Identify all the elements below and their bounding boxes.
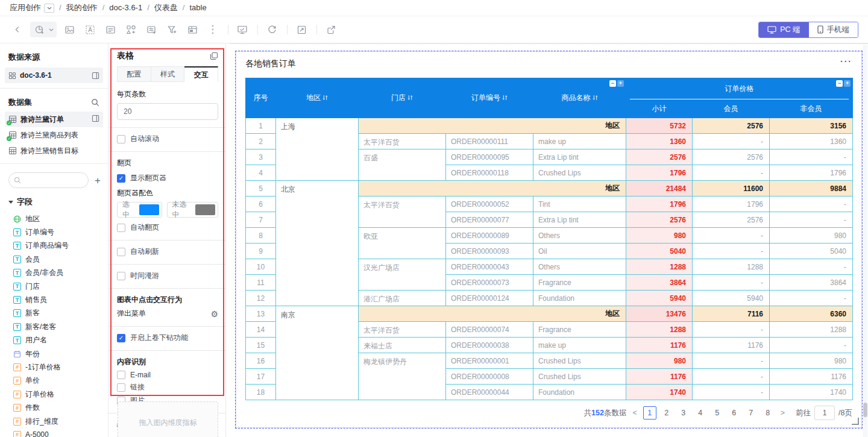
filter-add-icon[interactable] bbox=[164, 22, 180, 37]
checkbox[interactable] bbox=[117, 224, 125, 232]
order-cell[interactable]: ORDER00000073 bbox=[446, 275, 533, 291]
field-item[interactable]: T新客/老客 bbox=[0, 320, 108, 333]
subtotal-label-cell[interactable]: 地区 bbox=[359, 118, 626, 134]
field-item[interactable]: T会员 bbox=[0, 253, 108, 266]
subtotal-value-cell[interactable]: 980 bbox=[626, 228, 693, 244]
page-button-6[interactable]: 6 bbox=[728, 406, 741, 420]
member-value-cell[interactable]: 1176 bbox=[693, 338, 770, 353]
order-cell[interactable]: ORDER00000095 bbox=[446, 149, 533, 165]
store-cell[interactable]: 太平洋百货 bbox=[359, 322, 446, 338]
column-header-region[interactable]: 地区 bbox=[276, 78, 359, 118]
pager-unselected-color-picker[interactable]: 未选中 bbox=[167, 202, 219, 218]
goto-page-input[interactable] bbox=[814, 406, 835, 420]
field-item[interactable]: T会员/非会员 bbox=[0, 266, 108, 280]
image-icon[interactable] bbox=[61, 22, 77, 37]
product-cell[interactable]: Oil bbox=[533, 244, 626, 259]
more-vertical-icon[interactable] bbox=[205, 22, 221, 37]
member-value-cell[interactable]: 11600 bbox=[693, 181, 770, 196]
click-behavior-value[interactable]: 弹出菜单 bbox=[117, 309, 210, 319]
order-cell[interactable]: ORDER00000093 bbox=[446, 244, 533, 259]
subtotal-value-cell[interactable]: 13476 bbox=[626, 306, 693, 322]
field-item[interactable]: #-1订单价格 bbox=[0, 360, 108, 374]
product-cell[interactable]: Crushed Lips bbox=[533, 165, 626, 181]
add-chart-icon[interactable] bbox=[31, 22, 47, 37]
checkbox[interactable] bbox=[117, 383, 125, 392]
nonmember-value-cell[interactable]: - bbox=[770, 212, 853, 228]
pager-selected-color-picker[interactable]: 选中 bbox=[117, 202, 162, 218]
column-header-price-group[interactable]: 订单价格 −+ bbox=[626, 78, 853, 100]
row-index-cell[interactable]: 14 bbox=[246, 322, 276, 338]
member-value-cell[interactable]: 7116 bbox=[693, 306, 770, 322]
subtotal-value-cell[interactable]: 2576 bbox=[626, 212, 693, 228]
link-recognition-option[interactable]: 链接 bbox=[117, 382, 218, 392]
subtotal-value-cell[interactable]: 980 bbox=[626, 353, 693, 369]
store-cell[interactable]: 太平洋百货 bbox=[359, 196, 446, 228]
column-header-product[interactable]: 商品名称 −+ bbox=[533, 78, 626, 118]
order-cell[interactable]: ORDER00000111 bbox=[446, 134, 533, 149]
product-cell[interactable]: Crushed Lips bbox=[533, 369, 626, 385]
back-icon[interactable] bbox=[10, 22, 25, 37]
row-index-cell[interactable]: 13 bbox=[246, 306, 276, 322]
product-cell[interactable]: Fragrance bbox=[533, 275, 626, 291]
member-value-cell[interactable]: - bbox=[693, 275, 770, 291]
breadcrumb-item[interactable]: table bbox=[189, 3, 206, 12]
nonmember-value-cell[interactable]: 9884 bbox=[770, 181, 853, 196]
time-travel-option[interactable]: 时间漫游 bbox=[117, 271, 218, 281]
checkbox[interactable] bbox=[117, 334, 125, 342]
drill-option[interactable]: 开启上卷下钻功能 bbox=[117, 333, 218, 343]
subtotal-label-cell[interactable]: 地区 bbox=[359, 306, 626, 322]
page-button-3[interactable]: 3 bbox=[677, 406, 690, 420]
member-value-cell[interactable]: 1288 bbox=[693, 259, 770, 275]
panel-tab-样式[interactable]: 样式 bbox=[151, 66, 185, 82]
order-cell[interactable]: ORDER00000043 bbox=[446, 259, 533, 275]
member-value-cell[interactable]: - bbox=[693, 244, 770, 259]
mobile-view-button[interactable]: 手机端 bbox=[809, 22, 858, 37]
subtotal-value-cell[interactable]: 5732 bbox=[626, 118, 693, 134]
panel-tab-配置[interactable]: 配置 bbox=[117, 66, 151, 82]
prev-page-icon[interactable]: < bbox=[632, 409, 637, 417]
auto-paging-option[interactable]: 自动翻页 bbox=[117, 222, 218, 233]
field-item[interactable]: T门店 bbox=[0, 280, 108, 293]
member-value-cell[interactable]: - bbox=[693, 353, 770, 369]
subtotal-value-cell[interactable]: 1176 bbox=[626, 338, 693, 353]
nonmember-value-cell[interactable]: 6360 bbox=[770, 306, 853, 322]
share-icon[interactable] bbox=[323, 22, 339, 37]
collapse-icon[interactable]: − bbox=[609, 80, 616, 87]
nonmember-value-cell[interactable]: 1176 bbox=[770, 369, 853, 385]
column-header-order[interactable]: 订单编号 bbox=[446, 78, 533, 118]
media-component-icon[interactable] bbox=[123, 22, 139, 37]
order-cell[interactable]: ORDER00000124 bbox=[446, 291, 533, 306]
scrollbar-thumb[interactable] bbox=[863, 403, 867, 417]
breadcrumb-item[interactable]: doc-3.6-1 bbox=[109, 3, 142, 12]
nonmember-value-cell[interactable]: 1288 bbox=[770, 322, 853, 338]
form-icon[interactable] bbox=[102, 22, 118, 37]
table-widget[interactable]: 各地销售订单 ··· 序号 地区 门店 订单编号 商品 bbox=[235, 51, 863, 429]
order-cell[interactable]: ORDER00000001 bbox=[446, 353, 533, 369]
store-cell[interactable]: 梅龙镇伊势丹 bbox=[359, 353, 446, 400]
subtotal-value-cell[interactable]: 21484 bbox=[626, 181, 693, 196]
member-value-cell[interactable]: - bbox=[693, 134, 770, 149]
email-recognition-option[interactable]: E-mail bbox=[117, 371, 218, 379]
store-cell[interactable]: 太平洋百货 bbox=[359, 134, 446, 149]
resize-handle[interactable] bbox=[852, 418, 859, 425]
row-index-cell[interactable]: 17 bbox=[246, 369, 276, 385]
nonmember-value-cell[interactable]: 3156 bbox=[770, 118, 853, 134]
checkbox[interactable] bbox=[117, 248, 125, 256]
subtotal-value-cell[interactable]: 3864 bbox=[626, 275, 693, 291]
store-cell[interactable]: 汉光广场店 bbox=[359, 259, 446, 291]
subtotal-value-cell[interactable]: 1796 bbox=[626, 196, 693, 212]
subtotal-label-cell[interactable]: 地区 bbox=[359, 181, 626, 196]
column-header-nonmember[interactable]: 非会员 bbox=[770, 100, 853, 118]
preview-icon[interactable] bbox=[234, 22, 250, 37]
row-index-cell[interactable]: 8 bbox=[246, 228, 276, 244]
subtotal-value-cell[interactable]: 1176 bbox=[626, 369, 693, 385]
scrollbar-track[interactable] bbox=[863, 45, 867, 437]
field-item[interactable]: T订单编号 bbox=[0, 225, 108, 239]
product-cell[interactable]: Others bbox=[533, 259, 626, 275]
fields-section-toggle[interactable]: 字段 bbox=[0, 190, 108, 211]
nonmember-value-cell[interactable]: 980 bbox=[770, 228, 853, 244]
row-index-cell[interactable]: 16 bbox=[246, 353, 276, 369]
nonmember-value-cell[interactable]: - bbox=[770, 196, 853, 212]
pc-view-button[interactable]: PC 端 bbox=[759, 22, 808, 37]
field-item[interactable]: #单价 bbox=[0, 374, 108, 388]
